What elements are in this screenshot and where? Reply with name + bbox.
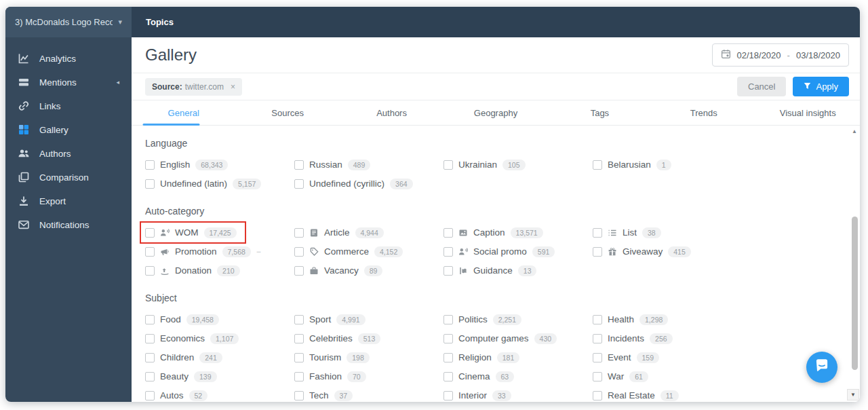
project-selector[interactable]: 3) McDonalds Logo Reco... ▾ bbox=[5, 7, 132, 37]
checkbox[interactable] bbox=[443, 391, 453, 400]
sidebar-item-links[interactable]: Links bbox=[5, 94, 132, 117]
checkbox[interactable] bbox=[145, 334, 155, 343]
filter-food[interactable]: Food 19,458 bbox=[145, 314, 219, 325]
tab-authors[interactable]: Authors bbox=[340, 100, 443, 125]
filter-economics[interactable]: Economics 1,107 bbox=[145, 333, 239, 344]
checkbox[interactable] bbox=[443, 353, 453, 362]
checkbox[interactable] bbox=[145, 372, 155, 381]
checkbox[interactable] bbox=[593, 228, 602, 238]
checkbox[interactable] bbox=[593, 334, 602, 343]
remove-filter-icon[interactable]: × bbox=[231, 82, 235, 92]
filter-interior[interactable]: Interior 33 bbox=[443, 390, 511, 401]
filter-donation[interactable]: Donation 210 bbox=[145, 265, 240, 276]
collapse-arrow-icon[interactable]: ◂ bbox=[116, 79, 119, 86]
filter-caption[interactable]: Caption 13,571 bbox=[443, 227, 543, 238]
filter-celebrities[interactable]: Celebrities 513 bbox=[294, 333, 380, 344]
filter-war[interactable]: War 61 bbox=[593, 371, 648, 382]
checkbox[interactable] bbox=[294, 266, 304, 276]
filter-english[interactable]: English 68,343 bbox=[145, 159, 228, 170]
filter-cinema[interactable]: Cinema 63 bbox=[443, 371, 514, 382]
checkbox[interactable] bbox=[294, 160, 304, 170]
filter-computer-games[interactable]: Computer games 430 bbox=[443, 333, 557, 344]
filter-real-estate[interactable]: Real Estate 11 bbox=[593, 390, 679, 401]
checkbox[interactable] bbox=[593, 247, 602, 257]
filter-incidents[interactable]: Incidents 256 bbox=[593, 333, 673, 344]
filter-health[interactable]: Health 1,298 bbox=[593, 314, 668, 325]
filter-beauty[interactable]: Beauty 139 bbox=[145, 371, 217, 382]
filter-belarusian[interactable]: Belarusian 1 bbox=[593, 159, 671, 170]
tab-visual-insights[interactable]: Visual insights bbox=[756, 100, 860, 125]
checkbox[interactable] bbox=[443, 160, 453, 170]
checkbox[interactable] bbox=[593, 353, 602, 362]
checkbox[interactable] bbox=[443, 247, 453, 257]
tab-geography[interactable]: Geography bbox=[443, 100, 547, 125]
cancel-button[interactable]: Cancel bbox=[737, 77, 786, 96]
checkbox[interactable] bbox=[593, 372, 602, 381]
filter-religion[interactable]: Religion 181 bbox=[443, 352, 519, 363]
checkbox[interactable] bbox=[294, 334, 304, 343]
checkbox[interactable] bbox=[145, 391, 155, 400]
checkbox[interactable] bbox=[294, 315, 304, 324]
sidebar-item-analytics[interactable]: Analytics bbox=[5, 47, 132, 70]
apply-button[interactable]: Apply bbox=[793, 77, 849, 96]
checkbox[interactable] bbox=[443, 334, 453, 343]
filter-vacancy[interactable]: Vacancy 89 bbox=[294, 265, 382, 276]
scrollbar-thumb[interactable] bbox=[852, 217, 858, 370]
checkbox[interactable] bbox=[593, 315, 602, 324]
checkbox[interactable] bbox=[593, 391, 602, 400]
filter-article[interactable]: Article 4,944 bbox=[294, 227, 384, 238]
date-range-picker[interactable]: 02/18/2020 - 03/18/2020 bbox=[712, 43, 850, 67]
checkbox[interactable] bbox=[294, 372, 304, 381]
checkbox[interactable] bbox=[145, 247, 155, 257]
filter-commerce[interactable]: Commerce 4,152 bbox=[294, 246, 403, 257]
filter-russian[interactable]: Russian 489 bbox=[294, 159, 370, 170]
scroll-down-arrow[interactable]: ▼ bbox=[847, 389, 859, 400]
checkbox[interactable] bbox=[294, 179, 304, 189]
checkbox[interactable] bbox=[145, 315, 155, 324]
filter-fashion[interactable]: Fashion 70 bbox=[294, 371, 366, 382]
checkbox[interactable] bbox=[443, 228, 453, 238]
filter-sport[interactable]: Sport 4,991 bbox=[294, 314, 366, 325]
filter-undefined-cyrillic[interactable]: Undefined (cyrillic) 364 bbox=[294, 178, 413, 189]
checkbox[interactable] bbox=[593, 160, 602, 170]
checkbox[interactable] bbox=[145, 228, 155, 238]
sidebar-item-mentions[interactable]: Mentions ◂ bbox=[5, 71, 132, 94]
checkbox[interactable] bbox=[145, 266, 155, 276]
filter-list[interactable]: List 38 bbox=[593, 227, 661, 238]
checkbox[interactable] bbox=[294, 391, 304, 400]
filter-wom[interactable]: WOM 17,425 bbox=[145, 227, 237, 238]
checkbox[interactable] bbox=[294, 247, 304, 257]
sidebar-item-export[interactable]: Export bbox=[5, 189, 132, 212]
filter-giveaway[interactable]: Giveaway 415 bbox=[593, 246, 691, 257]
filter-social-promo[interactable]: Social promo 591 bbox=[443, 246, 555, 257]
tab-general[interactable]: General bbox=[132, 100, 235, 125]
filter-autos[interactable]: Autos 52 bbox=[145, 390, 208, 401]
sidebar-item-comparison[interactable]: Comparison bbox=[5, 166, 132, 189]
checkbox[interactable] bbox=[443, 266, 453, 276]
checkbox[interactable] bbox=[443, 315, 453, 324]
scroll-up-arrow[interactable]: ▲ bbox=[852, 128, 857, 134]
filter-tech[interactable]: Tech 37 bbox=[294, 390, 353, 401]
tab-trends[interactable]: Trends bbox=[652, 100, 755, 125]
sidebar-item-authors[interactable]: Authors bbox=[5, 142, 132, 165]
filter-tourism[interactable]: Tourism 198 bbox=[294, 352, 370, 363]
filter-undefined-latin[interactable]: Undefined (latin) 5,157 bbox=[145, 178, 261, 189]
chat-widget-button[interactable] bbox=[806, 352, 837, 383]
checkbox[interactable] bbox=[294, 228, 304, 238]
checkbox[interactable] bbox=[145, 353, 155, 362]
sidebar-item-gallery[interactable]: Gallery bbox=[5, 118, 132, 141]
filter-ukrainian[interactable]: Ukrainian 105 bbox=[443, 159, 526, 170]
filter-children[interactable]: Children 241 bbox=[145, 352, 222, 363]
filter-promotion[interactable]: Promotion 7,568 − bbox=[145, 246, 261, 257]
checkbox[interactable] bbox=[145, 179, 155, 189]
checkbox[interactable] bbox=[145, 160, 155, 170]
tab-tags[interactable]: Tags bbox=[548, 100, 652, 125]
tab-sources[interactable]: Sources bbox=[235, 100, 339, 125]
checkbox[interactable] bbox=[443, 372, 453, 381]
filter-guidance[interactable]: Guidance 13 bbox=[443, 265, 536, 276]
filter-politics[interactable]: Politics 2,251 bbox=[443, 314, 521, 325]
sidebar-item-notifications[interactable]: Notifications bbox=[5, 213, 132, 236]
filter-event[interactable]: Event 159 bbox=[593, 352, 659, 363]
source-filter-chip[interactable]: Source: twitter.com × bbox=[145, 78, 242, 96]
checkbox[interactable] bbox=[294, 353, 304, 362]
